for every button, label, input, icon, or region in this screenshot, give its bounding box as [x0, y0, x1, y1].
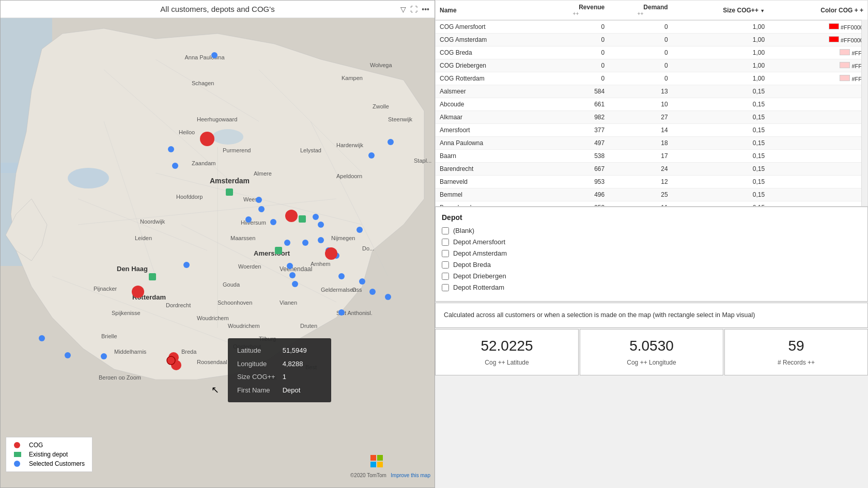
svg-text:Schagen: Schagen — [192, 80, 214, 86]
svg-text:Leiden: Leiden — [135, 235, 152, 241]
svg-text:Geldermalsen: Geldermalsen — [321, 287, 356, 293]
col-size-cog[interactable]: Size COG++ — [672, 1, 769, 20]
filter-option[interactable]: (Blank) — [442, 227, 861, 234]
cell-color — [769, 98, 867, 111]
svg-point-105 — [285, 210, 298, 222]
filter-option[interactable]: Depot Amersfoort — [442, 238, 861, 246]
cell-revenue: 953 — [543, 176, 609, 188]
table-row[interactable]: Barendrecht 667 24 0,15 — [436, 163, 867, 176]
tooltip-size-value: 1 — [283, 371, 307, 383]
svg-text:Woerden: Woerden — [238, 263, 261, 270]
info-box: Calculated across all customers or when … — [435, 303, 868, 328]
filter-title: Depot — [442, 213, 861, 222]
cell-revenue: 496 — [543, 188, 609, 201]
table-row[interactable]: Bemmel 496 25 0,15 — [436, 188, 867, 201]
legend-item-customers: Selected Customers — [13, 460, 85, 467]
col-color-cog[interactable]: Color COG + + — [769, 1, 867, 20]
improve-map-link[interactable]: Improve this map — [391, 473, 430, 478]
cell-name: Alkmaar — [436, 111, 543, 124]
table-row[interactable]: COG Driebergen 0 0 1,00 #FFI — [436, 59, 867, 72]
cell-name: COG Amsterdam — [436, 34, 543, 46]
cell-revenue: 0 — [543, 72, 609, 85]
svg-point-115 — [14, 442, 20, 448]
svg-text:Maarssen: Maarssen — [230, 235, 255, 241]
cell-revenue: 584 — [543, 85, 609, 98]
cell-size: 0,15 — [672, 188, 769, 201]
fullscreen-icon[interactable]: ⛶ — [410, 5, 417, 13]
more-options-icon[interactable]: ••• — [422, 5, 429, 13]
cell-color: #FF0000 — [769, 34, 867, 46]
svg-rect-103 — [149, 273, 156, 280]
cell-revenue: 953 — [543, 201, 609, 207]
svg-point-96 — [338, 309, 345, 316]
filter-checkbox[interactable] — [442, 239, 449, 246]
map-container[interactable]: Anna Paulowna Schagen Heerhugowaard Heil… — [1, 18, 435, 482]
filter-option[interactable]: Depot Breda — [442, 261, 861, 269]
svg-point-86 — [183, 262, 190, 268]
cell-name: COG Rotterdam — [436, 72, 543, 85]
filter-option-label: Depot Rotterdam — [453, 284, 504, 291]
svg-point-80 — [357, 227, 363, 233]
filter-option[interactable]: Depot Amsterdam — [442, 249, 861, 257]
cell-demand: 18 — [609, 137, 672, 150]
cell-size: 0,15 — [672, 111, 769, 124]
cell-name: Barneveld — [436, 176, 543, 188]
cell-size: 0,15 — [672, 150, 769, 163]
cell-color — [769, 188, 867, 201]
filter-option[interactable]: Depot Driebergen — [442, 272, 861, 280]
tooltip-lat-value: 51,5949 — [283, 344, 307, 356]
cell-size: 1,00 — [672, 34, 769, 46]
cell-size: 0,15 — [672, 201, 769, 207]
cell-name: Bemmel — [436, 188, 543, 201]
svg-text:Almere: Almere — [254, 170, 272, 177]
cell-revenue: 0 — [543, 59, 609, 72]
col-name[interactable]: Name — [436, 1, 543, 20]
table-row[interactable]: Abcoude 661 10 0,15 — [436, 98, 867, 111]
table-row[interactable]: COG Rotterdam 0 0 1,00 #FFI — [436, 72, 867, 85]
stats-row: 52.0225 Cog ++ Latitude 5.0530 Cog ++ Lo… — [435, 329, 868, 375]
table-row[interactable]: Amersfoort 377 14 0,15 — [436, 124, 867, 137]
svg-point-104 — [200, 132, 214, 146]
cell-color — [769, 176, 867, 188]
table-row[interactable]: COG Breda 0 0 1,00 #FFI — [436, 46, 867, 59]
svg-rect-112 — [377, 455, 383, 461]
table-scrollbar[interactable] — [861, 1, 867, 206]
table-row[interactable]: Bennebroek 953 11 0,15 — [436, 201, 867, 207]
svg-text:Lelystad: Lelystad — [300, 147, 321, 153]
table-row[interactable]: Aalsmeer 584 13 0,15 — [436, 85, 867, 98]
filter-icon[interactable]: ▽ — [400, 5, 406, 13]
data-table-scroll[interactable]: Name Revenue ++ Demand ++ — [436, 1, 867, 206]
filter-checkbox[interactable] — [442, 284, 449, 291]
svg-point-6 — [212, 129, 243, 145]
col-demand[interactable]: Demand ++ — [609, 1, 672, 20]
cell-size: 0,15 — [672, 176, 769, 188]
filter-option[interactable]: Depot Rotterdam — [442, 284, 861, 291]
table-row[interactable]: COG Amsterdam 0 0 1,00 #FF0000 — [436, 34, 867, 46]
filter-checkbox[interactable] — [442, 261, 449, 269]
filter-checkbox[interactable] — [442, 250, 449, 257]
table-row[interactable]: Barneveld 953 12 0,15 — [436, 176, 867, 188]
cell-color: #FFI — [769, 46, 867, 59]
col-revenue[interactable]: Revenue ++ — [543, 1, 609, 20]
microsoft-logo — [370, 455, 383, 469]
filter-checkbox[interactable] — [442, 273, 449, 280]
table-row[interactable]: Baarn 538 17 0,15 — [436, 150, 867, 163]
table-row[interactable]: Alkmaar 982 27 0,15 — [436, 111, 867, 124]
cell-size: 1,00 — [672, 46, 769, 59]
svg-point-89 — [292, 281, 298, 287]
filter-checkbox[interactable] — [442, 227, 449, 234]
cell-demand: 11 — [609, 201, 672, 207]
tooltip-size-label: Size COG++ — [237, 371, 282, 383]
table-row[interactable]: COG Amersfoort 0 0 1,00 #FF0000 — [436, 20, 867, 34]
svg-text:Brielle: Brielle — [101, 333, 117, 339]
cell-name: COG Driebergen — [436, 59, 543, 72]
svg-point-106 — [325, 247, 337, 260]
svg-point-95 — [101, 353, 107, 359]
table-row[interactable]: Anna Paulowna 497 18 0,15 — [436, 137, 867, 150]
svg-point-76 — [245, 216, 252, 223]
svg-text:Hilversum: Hilversum — [241, 219, 266, 226]
cell-size: 0,15 — [672, 85, 769, 98]
cell-color — [769, 150, 867, 163]
svg-rect-114 — [377, 462, 383, 467]
cell-demand: 27 — [609, 111, 672, 124]
